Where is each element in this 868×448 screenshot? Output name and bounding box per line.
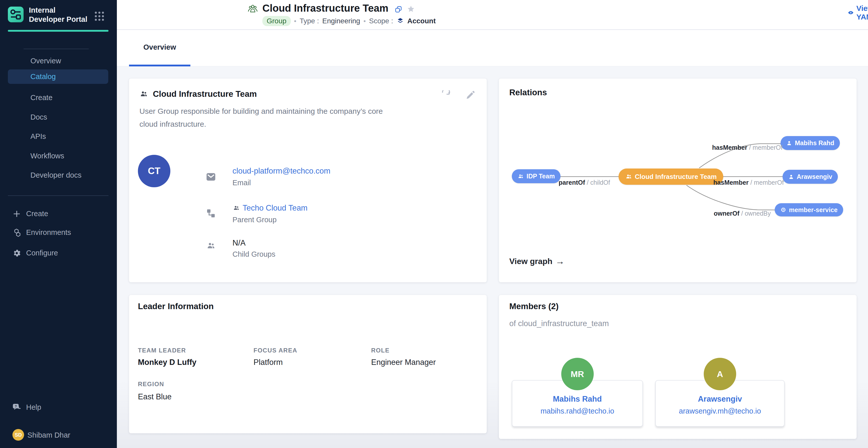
graph-node-arawsengiv[interactable]: Arawsengiv [782,170,838,184]
graph-node-idp-team[interactable]: IDP Team [512,169,560,183]
sidebar-divider-top [24,49,89,49]
child-groups-value: N/A [232,238,246,248]
hierarchy-tree-icon [206,208,216,218]
region-label: REGION [138,381,164,388]
hexagons-icon [12,228,21,237]
leader-information-card: Leader Information TEAM LEADER Monkey D … [129,295,487,433]
members-title: Members (2) [509,301,558,311]
member-name-link[interactable]: Arawsengiv [656,394,784,404]
people-icon [232,205,240,211]
sidebar-item-apis[interactable]: APIs [8,129,108,144]
people-icon [518,173,524,180]
focus-area-label: FOCUS AREA [253,347,297,354]
tab-bar: Overview [117,30,868,66]
scope-value: Account [407,17,436,25]
tab-overview[interactable]: Overview [129,30,190,66]
about-card: Cloud Infrastructure Team User Group res… [129,78,487,282]
people-icon [139,90,149,98]
page-title: Cloud Infrastructure Team [262,3,389,14]
app-title: Internal Developer Portal [29,6,93,24]
edge-label-parentof: parentOf / childOf [559,179,610,186]
sidebar-action-configure[interactable]: Configure [0,246,117,260]
email-label: Email [232,179,251,187]
star-icon[interactable] [407,5,415,13]
group-avatar: CT [138,155,170,187]
sidebar: Internal Developer Portal Overview Catal… [0,0,117,448]
kind-badge: Group [262,16,291,26]
refresh-icon[interactable] [440,90,451,101]
chip-icon [780,207,786,213]
sidebar-item-create[interactable]: Create [8,91,108,105]
type-label: Type : [300,17,319,25]
parent-group-label: Parent Group [232,216,277,224]
members-subtitle: of cloud_infrastructure_team [509,319,609,328]
group-description: User Group responsible for building and … [140,105,401,130]
graph-node-member-service[interactable]: member-service [775,203,843,216]
sidebar-action-environments[interactable]: Environments [0,225,117,240]
scope-label: Scope : [369,17,393,25]
email-link[interactable]: cloud-platform@techco.com [232,166,330,175]
email-icon [206,172,216,182]
sidebar-item-catalog[interactable]: Catalog [8,69,108,84]
group-entity-icon [247,3,258,14]
focus-area-value: Platform [253,358,283,367]
eye-icon [848,9,854,16]
dot-separator: • [364,17,366,25]
member-card-mabihs-rahd[interactable]: MR Mabihs Rahd mabihs.rahd@techo.io [512,380,643,427]
dot-separator: • [294,17,296,25]
graph-node-cloud-infrastructure-team[interactable]: Cloud Infrastructure Team [619,168,723,185]
people-icon [625,173,632,180]
person-icon [788,174,794,180]
role-label: ROLE [371,347,390,354]
edge-label-hasmember-mid: hasMember / memberOf [713,179,784,186]
member-avatar: A [704,358,736,390]
user-avatar[interactable]: SD [12,429,24,441]
layers-scope-icon [397,17,404,25]
entity-meta-row: Group • Type : Engineering • Scope : Acc… [262,16,436,26]
graph-node-mabihs-rahd[interactable]: Mabihs Rahd [780,136,840,150]
about-card-title: Cloud Infrastructure Team [153,89,257,99]
parent-group-link[interactable]: Techo Cloud Team [232,203,308,213]
edge-label-hasmember-top: hasMember / memberOf [712,144,782,151]
relations-card: Relations IDP Team Cloud Infrastructure … [499,78,857,282]
leader-card-title: Leader Information [138,301,214,311]
copy-icon[interactable] [395,6,402,13]
type-value: Engineering [322,17,360,25]
sidebar-item-developer-docs[interactable]: Developer docs [8,168,108,183]
sidebar-item-workflows[interactable]: Workflows [8,149,108,163]
member-avatar: MR [561,358,594,390]
page-header: Cloud Infrastructure Team Group • Type :… [117,0,868,30]
apps-grid-icon[interactable] [95,12,105,21]
about-card-header: Cloud Infrastructure Team [139,89,257,99]
person-icon [786,140,792,146]
sidebar-action-create[interactable]: Create [0,206,117,221]
child-groups-label: Child Groups [232,250,275,258]
team-leader-value: Monkey D Luffy [138,358,196,367]
sidebar-help[interactable]: ? Help [0,400,117,415]
sidebar-accent-divider [8,30,108,32]
role-value: Engineer Manager [371,358,436,367]
user-name[interactable]: Shibam Dhar [27,431,70,439]
view-yaml-button[interactable]: View YAML [848,7,868,18]
region-value: East Blue [138,392,172,402]
help-chat-icon: ? [12,403,21,412]
svg-text:?: ? [15,405,17,408]
sidebar-item-overview[interactable]: Overview [8,54,108,68]
member-email-link[interactable]: arawsengiv.mh@techo.io [656,407,784,415]
people-icon [206,241,216,250]
sidebar-item-docs[interactable]: Docs [8,110,108,124]
edit-pencil-icon[interactable] [465,90,475,100]
team-leader-label: TEAM LEADER [138,347,186,354]
view-graph-link[interactable]: View graph → [509,256,564,266]
plus-icon [12,209,21,218]
sidebar-divider-bottom [8,195,108,196]
members-card: Members (2) of cloud_infrastructure_team… [499,295,857,439]
member-email-link[interactable]: mabihs.rahd@techo.io [512,407,642,415]
arrow-right-icon: → [555,256,564,266]
edge-label-ownerof: ownerOf / ownedBy [714,210,771,217]
member-card-arawsengiv[interactable]: A Arawsengiv arawsengiv.mh@techo.io [655,380,784,427]
gear-icon [12,249,21,258]
app-logo-icon[interactable] [8,7,24,22]
member-name-link[interactable]: Mabihs Rahd [512,394,642,404]
